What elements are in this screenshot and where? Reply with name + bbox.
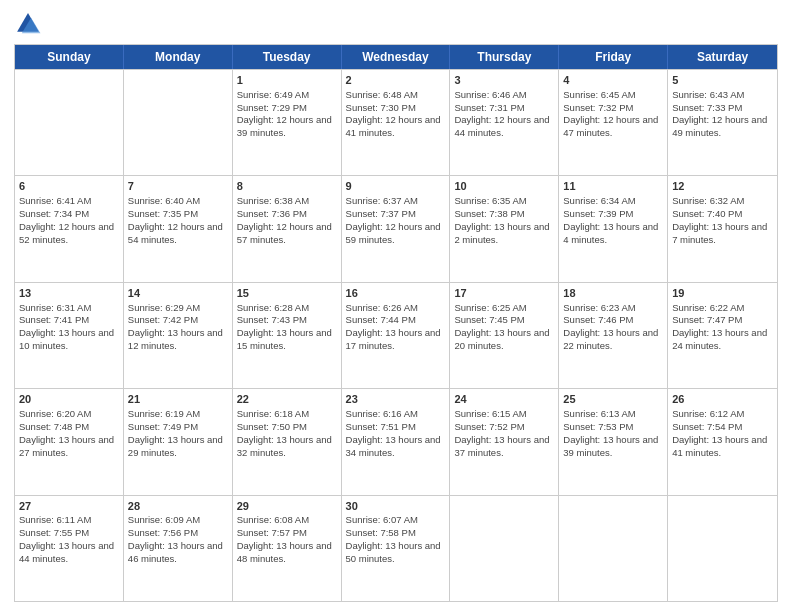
calendar-cell: 30Sunrise: 6:07 AM Sunset: 7:58 PM Dayli… (342, 496, 451, 601)
day-number: 2 (346, 73, 446, 88)
day-info: Sunrise: 6:38 AM Sunset: 7:36 PM Dayligh… (237, 195, 337, 246)
day-info: Sunrise: 6:22 AM Sunset: 7:47 PM Dayligh… (672, 302, 773, 353)
day-info: Sunrise: 6:31 AM Sunset: 7:41 PM Dayligh… (19, 302, 119, 353)
calendar-cell (124, 70, 233, 175)
day-info: Sunrise: 6:12 AM Sunset: 7:54 PM Dayligh… (672, 408, 773, 459)
day-info: Sunrise: 6:32 AM Sunset: 7:40 PM Dayligh… (672, 195, 773, 246)
weekday-header: Tuesday (233, 45, 342, 69)
day-info: Sunrise: 6:28 AM Sunset: 7:43 PM Dayligh… (237, 302, 337, 353)
calendar-cell: 13Sunrise: 6:31 AM Sunset: 7:41 PM Dayli… (15, 283, 124, 388)
day-number: 27 (19, 499, 119, 514)
calendar-cell: 22Sunrise: 6:18 AM Sunset: 7:50 PM Dayli… (233, 389, 342, 494)
day-number: 4 (563, 73, 663, 88)
day-number: 10 (454, 179, 554, 194)
day-number: 7 (128, 179, 228, 194)
day-info: Sunrise: 6:23 AM Sunset: 7:46 PM Dayligh… (563, 302, 663, 353)
calendar-cell: 11Sunrise: 6:34 AM Sunset: 7:39 PM Dayli… (559, 176, 668, 281)
day-number: 8 (237, 179, 337, 194)
calendar-cell: 17Sunrise: 6:25 AM Sunset: 7:45 PM Dayli… (450, 283, 559, 388)
day-info: Sunrise: 6:29 AM Sunset: 7:42 PM Dayligh… (128, 302, 228, 353)
weekday-header: Saturday (668, 45, 777, 69)
day-info: Sunrise: 6:43 AM Sunset: 7:33 PM Dayligh… (672, 89, 773, 140)
day-number: 21 (128, 392, 228, 407)
weekday-header: Thursday (450, 45, 559, 69)
day-info: Sunrise: 6:07 AM Sunset: 7:58 PM Dayligh… (346, 514, 446, 565)
calendar-cell (559, 496, 668, 601)
day-number: 23 (346, 392, 446, 407)
calendar-cell: 4Sunrise: 6:45 AM Sunset: 7:32 PM Daylig… (559, 70, 668, 175)
day-info: Sunrise: 6:13 AM Sunset: 7:53 PM Dayligh… (563, 408, 663, 459)
calendar-row: 13Sunrise: 6:31 AM Sunset: 7:41 PM Dayli… (15, 282, 777, 388)
day-info: Sunrise: 6:09 AM Sunset: 7:56 PM Dayligh… (128, 514, 228, 565)
day-number: 29 (237, 499, 337, 514)
day-info: Sunrise: 6:19 AM Sunset: 7:49 PM Dayligh… (128, 408, 228, 459)
weekday-header: Monday (124, 45, 233, 69)
calendar-cell: 24Sunrise: 6:15 AM Sunset: 7:52 PM Dayli… (450, 389, 559, 494)
day-info: Sunrise: 6:45 AM Sunset: 7:32 PM Dayligh… (563, 89, 663, 140)
calendar-header: SundayMondayTuesdayWednesdayThursdayFrid… (15, 45, 777, 69)
day-info: Sunrise: 6:18 AM Sunset: 7:50 PM Dayligh… (237, 408, 337, 459)
day-info: Sunrise: 6:16 AM Sunset: 7:51 PM Dayligh… (346, 408, 446, 459)
calendar-cell: 8Sunrise: 6:38 AM Sunset: 7:36 PM Daylig… (233, 176, 342, 281)
day-number: 14 (128, 286, 228, 301)
day-info: Sunrise: 6:37 AM Sunset: 7:37 PM Dayligh… (346, 195, 446, 246)
calendar-cell: 21Sunrise: 6:19 AM Sunset: 7:49 PM Dayli… (124, 389, 233, 494)
calendar-cell: 1Sunrise: 6:49 AM Sunset: 7:29 PM Daylig… (233, 70, 342, 175)
day-info: Sunrise: 6:48 AM Sunset: 7:30 PM Dayligh… (346, 89, 446, 140)
calendar-cell: 25Sunrise: 6:13 AM Sunset: 7:53 PM Dayli… (559, 389, 668, 494)
day-number: 18 (563, 286, 663, 301)
logo-icon (14, 10, 42, 38)
day-number: 17 (454, 286, 554, 301)
weekday-header: Friday (559, 45, 668, 69)
calendar-cell: 14Sunrise: 6:29 AM Sunset: 7:42 PM Dayli… (124, 283, 233, 388)
calendar-cell: 6Sunrise: 6:41 AM Sunset: 7:34 PM Daylig… (15, 176, 124, 281)
calendar-cell (450, 496, 559, 601)
calendar-cell: 2Sunrise: 6:48 AM Sunset: 7:30 PM Daylig… (342, 70, 451, 175)
calendar-row: 27Sunrise: 6:11 AM Sunset: 7:55 PM Dayli… (15, 495, 777, 601)
calendar-cell: 5Sunrise: 6:43 AM Sunset: 7:33 PM Daylig… (668, 70, 777, 175)
calendar: SundayMondayTuesdayWednesdayThursdayFrid… (14, 44, 778, 602)
day-info: Sunrise: 6:20 AM Sunset: 7:48 PM Dayligh… (19, 408, 119, 459)
day-number: 1 (237, 73, 337, 88)
calendar-cell: 20Sunrise: 6:20 AM Sunset: 7:48 PM Dayli… (15, 389, 124, 494)
calendar-cell: 16Sunrise: 6:26 AM Sunset: 7:44 PM Dayli… (342, 283, 451, 388)
day-info: Sunrise: 6:35 AM Sunset: 7:38 PM Dayligh… (454, 195, 554, 246)
page: SundayMondayTuesdayWednesdayThursdayFrid… (0, 0, 792, 612)
day-info: Sunrise: 6:26 AM Sunset: 7:44 PM Dayligh… (346, 302, 446, 353)
header (14, 10, 778, 38)
day-info: Sunrise: 6:08 AM Sunset: 7:57 PM Dayligh… (237, 514, 337, 565)
day-number: 25 (563, 392, 663, 407)
weekday-header: Wednesday (342, 45, 451, 69)
day-info: Sunrise: 6:25 AM Sunset: 7:45 PM Dayligh… (454, 302, 554, 353)
day-number: 26 (672, 392, 773, 407)
logo (14, 10, 46, 38)
day-number: 28 (128, 499, 228, 514)
day-number: 24 (454, 392, 554, 407)
calendar-cell: 27Sunrise: 6:11 AM Sunset: 7:55 PM Dayli… (15, 496, 124, 601)
calendar-cell: 7Sunrise: 6:40 AM Sunset: 7:35 PM Daylig… (124, 176, 233, 281)
calendar-cell: 26Sunrise: 6:12 AM Sunset: 7:54 PM Dayli… (668, 389, 777, 494)
day-number: 3 (454, 73, 554, 88)
day-number: 11 (563, 179, 663, 194)
day-info: Sunrise: 6:46 AM Sunset: 7:31 PM Dayligh… (454, 89, 554, 140)
day-number: 19 (672, 286, 773, 301)
calendar-cell: 3Sunrise: 6:46 AM Sunset: 7:31 PM Daylig… (450, 70, 559, 175)
calendar-cell: 28Sunrise: 6:09 AM Sunset: 7:56 PM Dayli… (124, 496, 233, 601)
day-number: 13 (19, 286, 119, 301)
day-info: Sunrise: 6:49 AM Sunset: 7:29 PM Dayligh… (237, 89, 337, 140)
calendar-row: 1Sunrise: 6:49 AM Sunset: 7:29 PM Daylig… (15, 69, 777, 175)
calendar-cell (15, 70, 124, 175)
day-info: Sunrise: 6:41 AM Sunset: 7:34 PM Dayligh… (19, 195, 119, 246)
day-info: Sunrise: 6:15 AM Sunset: 7:52 PM Dayligh… (454, 408, 554, 459)
day-info: Sunrise: 6:34 AM Sunset: 7:39 PM Dayligh… (563, 195, 663, 246)
calendar-cell: 29Sunrise: 6:08 AM Sunset: 7:57 PM Dayli… (233, 496, 342, 601)
day-number: 6 (19, 179, 119, 194)
day-info: Sunrise: 6:11 AM Sunset: 7:55 PM Dayligh… (19, 514, 119, 565)
calendar-row: 20Sunrise: 6:20 AM Sunset: 7:48 PM Dayli… (15, 388, 777, 494)
calendar-cell: 9Sunrise: 6:37 AM Sunset: 7:37 PM Daylig… (342, 176, 451, 281)
day-number: 5 (672, 73, 773, 88)
day-number: 12 (672, 179, 773, 194)
calendar-cell (668, 496, 777, 601)
day-info: Sunrise: 6:40 AM Sunset: 7:35 PM Dayligh… (128, 195, 228, 246)
day-number: 9 (346, 179, 446, 194)
